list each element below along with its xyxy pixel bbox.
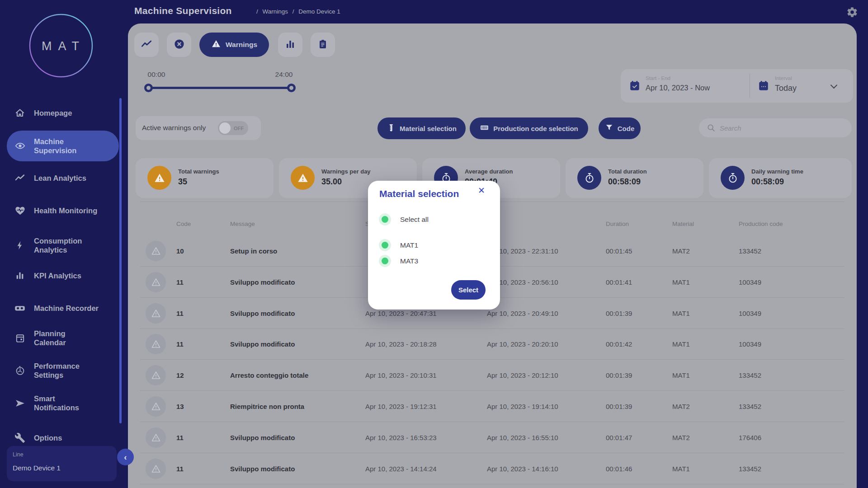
- cell-production-code: 100349: [739, 267, 761, 298]
- cell-start: Apr 10, 2023 - 19:12:31: [365, 391, 437, 422]
- row-warning-icon: [146, 427, 166, 448]
- cell-message: Sviluppo modificato: [230, 298, 295, 329]
- modal-option-mat1[interactable]: MAT1: [379, 239, 418, 251]
- sidebar-item-label: Machine Recorder: [34, 304, 99, 313]
- stat-label: Daily warning time: [751, 168, 803, 175]
- tab-analytics[interactable]: [278, 33, 302, 57]
- chevron-down-icon[interactable]: [830, 82, 838, 89]
- sidebar-item-label: Lean Analytics: [34, 174, 86, 183]
- tab-trends[interactable]: [134, 33, 159, 57]
- start-end-value[interactable]: Apr 10, 2023 - Now: [646, 84, 710, 92]
- cell-production-code: 133452: [739, 235, 761, 267]
- active-warnings-toggle[interactable]: OFF: [218, 121, 248, 135]
- slider-handle-start[interactable]: [144, 84, 153, 92]
- sidebar-item-machine-supervision[interactable]: Machine Supervision: [7, 131, 119, 161]
- stat-card-daily-warning-time: Daily warning time 00:58:09: [709, 158, 852, 198]
- production-code-selection-label: Production code selection: [493, 125, 578, 132]
- line-chart-icon: [141, 38, 152, 52]
- tab-warnings-label: Warnings: [226, 41, 257, 49]
- cell-material: MAT1: [672, 360, 690, 391]
- table-row[interactable]: 12 Arresto conteggio totale Apr 10, 2023…: [140, 360, 844, 391]
- material-vial-icon: [387, 123, 396, 134]
- bolt-icon: [13, 240, 27, 251]
- calendar-icon: [13, 333, 27, 343]
- stat-label: Total duration: [608, 168, 647, 175]
- settings-gear-icon[interactable]: [846, 6, 858, 18]
- cell-code: 11: [176, 453, 184, 484]
- toggle-state-label: OFF: [234, 126, 244, 131]
- sidebar-item-machine-recorder[interactable]: Machine Recorder: [7, 296, 119, 321]
- cell-duration: 00:01:46: [606, 453, 632, 484]
- cell-end: Apr 10, 2023 - 16:55:10: [487, 422, 558, 453]
- cell-duration: 00:01:41: [606, 267, 632, 298]
- cell-material: MAT2: [672, 422, 690, 453]
- close-icon[interactable]: ✕: [476, 184, 487, 196]
- checkbox-checked-icon[interactable]: [379, 239, 391, 251]
- sidebar-item-planning-calendar[interactable]: Planning Calendar: [7, 325, 119, 351]
- material-selection-button[interactable]: Material selection: [377, 117, 466, 139]
- x-circle-icon: [173, 38, 185, 52]
- row-warning-icon: [146, 241, 166, 261]
- sidebar-item-label: Homepage: [34, 108, 72, 117]
- sidebar-item-smart-notifications[interactable]: Smart Notifications: [7, 390, 119, 416]
- slider-handle-end[interactable]: [287, 84, 296, 92]
- sidebar-item-consumption-analytics[interactable]: Consumption Analytics: [7, 233, 119, 258]
- cell-end: Apr 10, 2023 - 20:20:10: [487, 328, 558, 360]
- material-selection-label: Material selection: [400, 125, 457, 132]
- select-button[interactable]: Select: [451, 280, 486, 300]
- code-filter-button[interactable]: Code: [599, 117, 641, 139]
- device-card-label: Line: [13, 451, 24, 458]
- stat-card-total-warnings: Total warnings 35: [136, 158, 274, 198]
- sidebar-item-kpi-analytics[interactable]: KPI Analytics: [7, 263, 119, 288]
- sidebar-item-label: Health Monitoring: [34, 206, 97, 215]
- search-input[interactable]: [720, 118, 846, 137]
- breadcrumb-warnings[interactable]: Warnings: [263, 8, 288, 15]
- mat-logo: MAT: [29, 14, 93, 78]
- checkbox-checked-icon[interactable]: [379, 255, 391, 267]
- slider-end-label: 24:00: [268, 70, 300, 79]
- sidebar-item-homepage[interactable]: Homepage: [7, 100, 119, 126]
- row-warning-icon: [146, 303, 166, 324]
- sidebar-collapse-button[interactable]: ‹: [117, 449, 134, 465]
- search-box: [699, 118, 852, 137]
- interval-value[interactable]: Today: [775, 84, 797, 93]
- tab-warnings[interactable]: Warnings: [199, 33, 269, 57]
- modal-option-label: MAT1: [400, 241, 418, 249]
- sidebar-item-lean-analytics[interactable]: Lean Analytics: [7, 165, 119, 191]
- cell-production-code: 100349: [739, 298, 761, 329]
- table-row[interactable]: 11 Sviluppo modificato Apr 10, 2023 - 16…: [140, 422, 844, 453]
- cell-start: Apr 10, 2023 - 20:18:28: [365, 328, 437, 360]
- tab-report[interactable]: [311, 33, 335, 57]
- cell-material: MAT1: [672, 453, 690, 484]
- sidebar-item-performance-settings[interactable]: Performance Settings: [7, 358, 119, 383]
- device-card[interactable]: Line Demo Device 1: [7, 446, 117, 481]
- table-row[interactable]: 13 Riempitrice non pronta Apr 10, 2023 -…: [140, 391, 844, 422]
- send-icon: [13, 398, 27, 409]
- sidebar-item-label: Smart Notifications: [34, 394, 79, 412]
- calendar-check-icon: [629, 80, 641, 92]
- tab-stops[interactable]: [167, 33, 191, 57]
- row-warning-icon: [146, 334, 166, 354]
- trend-icon: [13, 173, 27, 183]
- table-row[interactable]: 11 Sviluppo modificato Apr 10, 2023 - 14…: [140, 453, 844, 484]
- recorder-icon: [13, 302, 27, 314]
- code-filter-label: Code: [618, 125, 635, 132]
- sidebar-scrollbar[interactable]: [119, 98, 122, 423]
- cell-code: 10: [176, 235, 184, 267]
- modal-option-mat3[interactable]: MAT3: [379, 255, 418, 267]
- stat-label: Warnings per day: [321, 168, 371, 175]
- cell-end: Apr 10, 2023 - 19:14:10: [487, 391, 558, 422]
- date-filter-card: Start - End Apr 10, 2023 - Now Interval …: [621, 69, 853, 103]
- table-row[interactable]: 11 Sviluppo modificato Apr 10, 2023 - 20…: [140, 328, 844, 360]
- modal-option-select-all[interactable]: Select all: [379, 213, 429, 225]
- cell-duration: 00:01:39: [606, 298, 632, 329]
- production-code-selection-button[interactable]: Production code selection: [470, 117, 588, 139]
- checkbox-checked-icon[interactable]: [379, 213, 391, 225]
- time-range-slider[interactable]: [148, 87, 292, 89]
- breadcrumb-device[interactable]: Demo Device 1: [298, 8, 340, 15]
- sidebar-item-health-monitoring[interactable]: Health Monitoring: [7, 198, 119, 223]
- heart-pulse-icon: [13, 205, 27, 216]
- stat-value: 00:58:09: [608, 177, 641, 187]
- cell-code: 11: [176, 298, 184, 329]
- breadcrumb-separator: /: [256, 8, 258, 15]
